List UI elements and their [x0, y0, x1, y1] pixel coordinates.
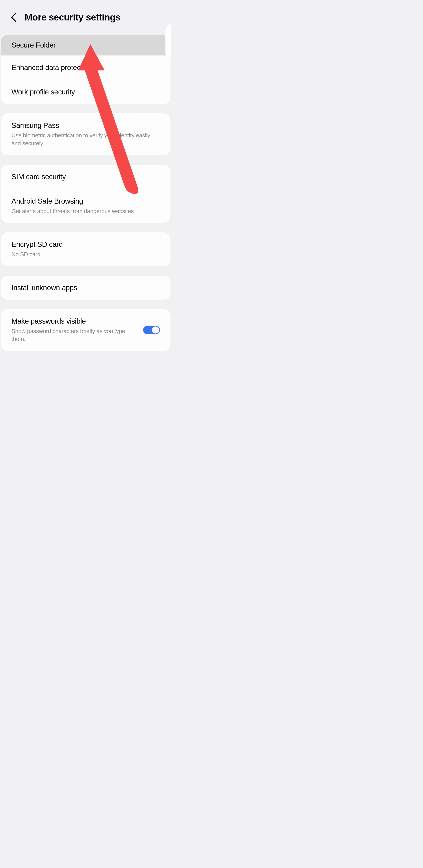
setting-sim-card-security[interactable]: SIM card security [1, 165, 171, 189]
setting-samsung-pass[interactable]: Samsung Pass Use biometric authenticatio… [1, 113, 171, 155]
setting-install-unknown-apps[interactable]: Install unknown apps [1, 276, 171, 300]
divider [9, 351, 162, 351]
settings-group: Samsung Pass Use biometric authenticatio… [1, 113, 171, 155]
settings-group: Secure Folder Enhanced data protection W… [1, 35, 171, 104]
settings-group: SIM card security Android Safe Browsing … [1, 165, 171, 223]
side-panel-edge [165, 24, 171, 60]
settings-group: Install unknown apps [1, 276, 171, 300]
setting-make-passwords-visible[interactable]: Make passwords visible Show password cha… [1, 309, 171, 351]
setting-secure-folder[interactable]: Secure Folder [1, 35, 171, 56]
setting-encrypt-sd-card[interactable]: Encrypt SD card No SD card [1, 232, 171, 266]
setting-work-profile-security[interactable]: Work profile security [1, 80, 171, 104]
toggle-knob [152, 327, 159, 334]
settings-group: Make passwords visible Show password cha… [1, 309, 171, 351]
passwords-visible-toggle[interactable] [143, 326, 160, 334]
back-icon[interactable] [10, 12, 17, 22]
setting-android-safe-browsing[interactable]: Android Safe Browsing Get alerts about t… [1, 189, 171, 223]
settings-group: Encrypt SD card No SD card [1, 232, 171, 266]
page-title: More security settings [25, 12, 120, 23]
page-header: More security settings [0, 0, 171, 35]
setting-enhanced-data-protection[interactable]: Enhanced data protection [1, 56, 171, 80]
